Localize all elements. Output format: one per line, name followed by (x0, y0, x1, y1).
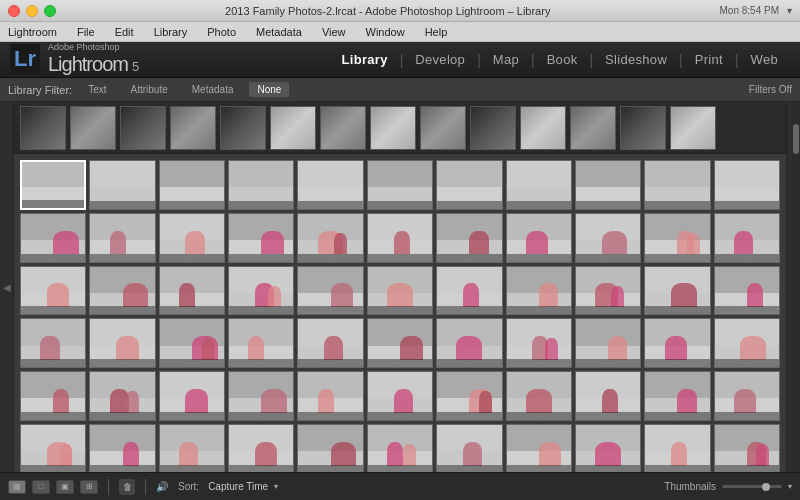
tab-library[interactable]: Library (330, 48, 400, 71)
photo-cell[interactable]: ··· (644, 371, 710, 421)
photo-cell[interactable]: ··· (714, 424, 780, 472)
photo-cell[interactable]: ··· (159, 266, 225, 316)
photo-cell[interactable]: ··· (575, 160, 641, 210)
menu-lightroom[interactable]: Lightroom (4, 26, 61, 38)
maximize-button[interactable] (44, 5, 56, 17)
photo-cell[interactable]: ··· (436, 266, 502, 316)
photo-cell[interactable]: ··· (644, 424, 710, 472)
photo-cell[interactable]: ··· (436, 318, 502, 368)
menu-window[interactable]: Window (362, 26, 409, 38)
menu-metadata[interactable]: Metadata (252, 26, 306, 38)
photo-cell[interactable]: ··· (575, 213, 641, 263)
menu-file[interactable]: File (73, 26, 99, 38)
photo-cell[interactable]: ··· (89, 213, 155, 263)
filmstrip-thumb[interactable] (370, 106, 416, 150)
photo-cell[interactable]: ··· (228, 266, 294, 316)
photo-cell[interactable]: ··· (297, 424, 363, 472)
tab-print[interactable]: Print (683, 48, 735, 71)
photo-cell[interactable]: ··· (644, 213, 710, 263)
filmstrip-thumb[interactable] (470, 106, 516, 150)
photo-cell[interactable]: ··· (506, 160, 572, 210)
filmstrip-thumb[interactable] (670, 106, 716, 150)
photo-cell[interactable]: ··· (367, 213, 433, 263)
photo-cell[interactable]: ··· (228, 318, 294, 368)
filmstrip-thumb[interactable] (570, 106, 616, 150)
photo-cell[interactable]: ··· (506, 213, 572, 263)
photo-cell[interactable]: ··· (367, 266, 433, 316)
photo-cell[interactable]: ··· (89, 160, 155, 210)
filmstrip-thumb[interactable] (120, 106, 166, 150)
photo-cell[interactable]: ··· (297, 160, 363, 210)
sort-dropdown[interactable]: Capture Time (208, 481, 268, 492)
filmstrip-thumb[interactable] (170, 106, 216, 150)
photo-cell[interactable]: ··· (644, 266, 710, 316)
filmstrip-thumb[interactable] (270, 106, 316, 150)
scrollbar[interactable] (792, 102, 800, 472)
minimize-button[interactable] (26, 5, 38, 17)
photo-cell[interactable]: ··· (644, 318, 710, 368)
photo-cell[interactable]: ··· (20, 266, 86, 316)
photo-cell[interactable]: ··· (228, 213, 294, 263)
photo-cell[interactable]: ··· (89, 371, 155, 421)
filmstrip-thumb[interactable] (220, 106, 266, 150)
photo-cell[interactable]: ··· (436, 424, 502, 472)
menu-photo[interactable]: Photo (203, 26, 240, 38)
tab-web[interactable]: Web (739, 48, 790, 71)
tab-map[interactable]: Map (481, 48, 531, 71)
photo-cell[interactable]: ··· (506, 266, 572, 316)
filter-attribute[interactable]: Attribute (123, 82, 176, 97)
photo-cell[interactable]: ··· (714, 371, 780, 421)
filter-text[interactable]: Text (80, 82, 114, 97)
photo-cell[interactable]: ··· (367, 160, 433, 210)
menu-edit[interactable]: Edit (111, 26, 138, 38)
photo-cell[interactable]: ··· (20, 371, 86, 421)
photo-cell[interactable]: ··· (159, 160, 225, 210)
right-panel[interactable] (786, 102, 800, 472)
photo-cell[interactable]: ··· (506, 318, 572, 368)
scrollbar-thumb[interactable] (793, 124, 799, 154)
photo-cell[interactable]: ··· (575, 371, 641, 421)
filmstrip-thumb[interactable] (70, 106, 116, 150)
view-grid-button[interactable]: ▦ (8, 480, 26, 494)
photo-cell[interactable]: ··· (89, 424, 155, 472)
filmstrip-thumb[interactable] (320, 106, 366, 150)
filmstrip-thumb[interactable] (420, 106, 466, 150)
photo-cell[interactable]: ··· (367, 424, 433, 472)
photo-cell[interactable]: ··· (20, 213, 86, 263)
photo-cell[interactable]: ··· (20, 424, 86, 472)
sort-chevron-icon[interactable]: ▾ (274, 482, 278, 491)
photo-cell[interactable]: ··· (159, 424, 225, 472)
filter-none[interactable]: None (249, 82, 289, 97)
photo-cell[interactable]: ··· (159, 371, 225, 421)
photo-cell[interactable]: ··· (436, 160, 502, 210)
photo-cell[interactable]: ··· (20, 318, 86, 368)
photo-cell[interactable]: ··· (297, 213, 363, 263)
filters-off-label[interactable]: Filters Off (749, 84, 792, 95)
filter-metadata[interactable]: Metadata (184, 82, 242, 97)
photo-cell[interactable]: ··· (436, 213, 502, 263)
photo-cell[interactable]: ··· (714, 213, 780, 263)
photo-cell[interactable]: ··· (228, 160, 294, 210)
filmstrip-thumb[interactable] (20, 106, 66, 150)
view-loupe-button[interactable]: □ (32, 480, 50, 494)
thumbnail-size-slider[interactable] (722, 485, 782, 488)
tab-book[interactable]: Book (535, 48, 590, 71)
delete-button[interactable]: 🗑 (119, 479, 135, 495)
filmstrip-thumb[interactable] (520, 106, 566, 150)
photo-cell[interactable]: ··· (228, 424, 294, 472)
photo-cell[interactable]: ··· (89, 318, 155, 368)
tab-slideshow[interactable]: Slideshow (593, 48, 679, 71)
photo-cell[interactable]: ··· (20, 160, 86, 210)
photo-cell[interactable]: ··· (297, 266, 363, 316)
view-compare-button[interactable]: ▣ (56, 480, 74, 494)
left-panel-toggle[interactable]: ◀ (0, 102, 14, 472)
photo-cell[interactable]: ··· (714, 160, 780, 210)
tab-develop[interactable]: Develop (403, 48, 477, 71)
photo-cell[interactable]: ··· (367, 318, 433, 368)
filmstrip-thumb[interactable] (620, 106, 666, 150)
menu-library[interactable]: Library (150, 26, 192, 38)
photo-cell[interactable]: ··· (714, 266, 780, 316)
photo-cell[interactable]: ··· (297, 318, 363, 368)
photo-cell[interactable]: ··· (506, 424, 572, 472)
photo-cell[interactable]: ··· (714, 318, 780, 368)
